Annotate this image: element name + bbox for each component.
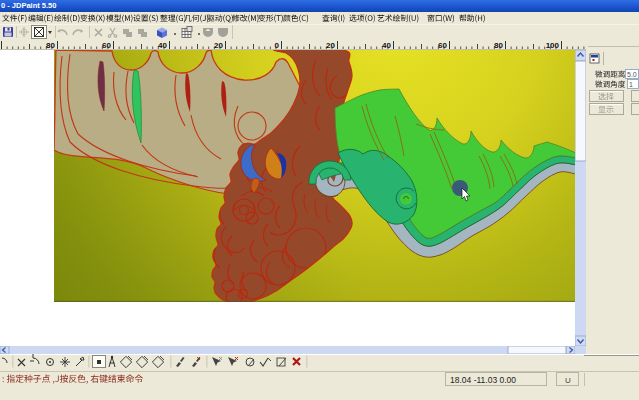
svg-text:60: 60	[438, 41, 447, 50]
svg-text:80: 80	[494, 41, 503, 50]
svg-text:0: 0	[275, 41, 280, 50]
svg-text:1: 1	[629, 81, 633, 88]
svg-text:20: 20	[326, 41, 335, 50]
svg-text:18.04 -11.03 0.00: 18.04 -11.03 0.00	[450, 375, 516, 385]
svg-text:100: 100	[546, 41, 560, 50]
svg-text:40: 40	[382, 41, 391, 50]
svg-text:5.0: 5.0	[627, 71, 637, 78]
svg-text:60: 60	[102, 41, 111, 50]
svg-text:40: 40	[158, 41, 167, 50]
svg-text:20: 20	[214, 41, 223, 50]
svg-text:80: 80	[46, 41, 55, 50]
svg-text:U: U	[565, 376, 571, 385]
